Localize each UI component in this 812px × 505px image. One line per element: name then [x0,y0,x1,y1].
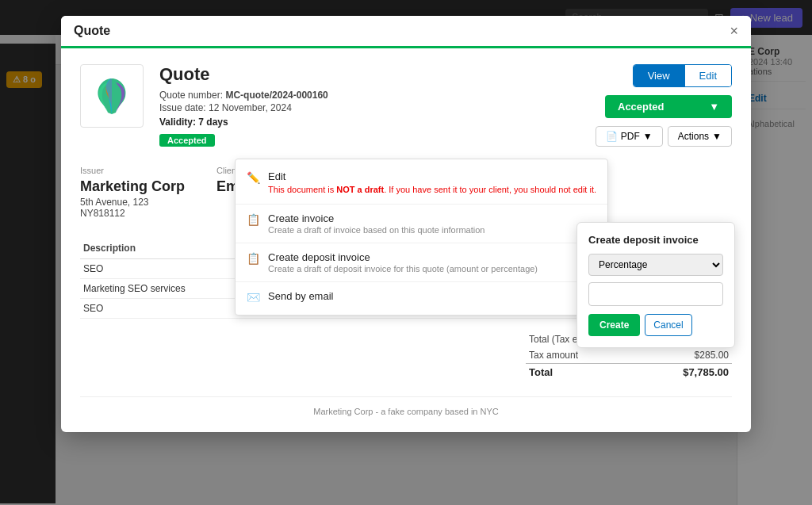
issuer-address1: 5th Avenue, 123 [80,197,185,208]
dropdown-item-icon: ✏️ [247,171,260,184]
dropdown-item-0[interactable]: ✏️ EditThis document is NOT a draft. If … [236,163,607,205]
quote-number: Quote number: MC-quote/2024-000160 [159,90,557,101]
quote-action-buttons: View Edit Accepted ▼ 📄 PDF ▼ [573,64,732,147]
dropdown-text-block: Create invoiceCreate a draft of invoice … [268,212,485,235]
dropdown-item-desc: Create a draft of invoice based on this … [268,225,485,235]
tax-amount-row: Tax amount $285.00 [526,347,732,363]
deposit-invoice-popup: Create deposit invoice Percentage Fixed … [576,222,735,348]
dropdown-item-label: Edit [268,170,596,182]
actions-button[interactable]: Actions ▼ [668,126,732,147]
deposit-create-button[interactable]: Create [588,314,640,336]
accepted-status-button[interactable]: Accepted ▼ [605,95,732,118]
modal-close-button[interactable]: × [730,24,738,38]
dropdown-item-label: Create invoice [268,212,485,224]
chevron-down-icon-actions: ▼ [712,131,722,142]
dropdown-item-1[interactable]: 📋 Create invoiceCreate a draft of invoic… [236,205,607,243]
quote-heading: Quote [159,64,557,85]
view-button[interactable]: View [634,65,684,86]
issuer-address2: NY818112 [80,208,185,219]
view-edit-toggle: View Edit [633,64,732,87]
deposit-action-buttons: Create Cancel [588,314,723,336]
dropdown-item-2[interactable]: 📋 Create deposit invoiceCreate a draft o… [236,243,607,282]
deposit-cancel-button[interactable]: Cancel [645,314,691,336]
quote-header-section: Quote Quote number: MC-quote/2024-000160… [80,64,732,147]
dropdown-item-desc: Create a draft of deposit invoice for th… [268,264,538,274]
pdf-actions-group: 📄 PDF ▼ Actions ▼ [596,126,732,147]
quote-info: Quote Quote number: MC-quote/2024-000160… [159,64,557,147]
quote-validity: Validity: 7 days [159,117,557,128]
company-logo [80,64,144,128]
dropdown-item-3[interactable]: ✉️ Send by email [236,282,607,312]
deposit-amount-input[interactable] [588,282,723,306]
edit-button[interactable]: Edit [684,65,731,86]
modal-header: Quote × [61,16,751,48]
chevron-down-icon: ▼ [709,101,719,113]
chevron-down-icon-pdf: ▼ [643,131,653,142]
issuer-label: Issuer [80,166,185,175]
modal-footer: Marketing Corp - a fake company based in… [80,396,732,416]
status-badge: Accepted [159,134,215,147]
dropdown-text-block: EditThis document is NOT a draft. If you… [268,170,596,196]
quote-modal: Quote × Quote [61,16,751,432]
deposit-popup-title: Create deposit invoice [588,234,723,246]
logo-bird-svg [92,75,132,118]
actions-dropdown: ✏️ EditThis document is NOT a draft. If … [235,159,608,316]
total-row: Total $7,785.00 [526,363,732,381]
dropdown-item-label: Create deposit invoice [268,251,538,263]
dropdown-item-icon: 📋 [247,213,260,226]
pdf-button[interactable]: 📄 PDF ▼ [596,126,663,147]
dropdown-text-block: Create deposit invoiceCreate a draft of … [268,251,538,274]
issuer-name: Marketing Corp [80,178,185,195]
quote-issue-date: Issue date: 12 November, 2024 [159,102,557,113]
dropdown-item-icon: ✉️ [247,291,260,304]
dropdown-item-label: Send by email [268,290,333,302]
issuer-block: Issuer Marketing Corp 5th Avenue, 123 NY… [80,166,185,219]
dropdown-text-block: Send by email [268,290,333,302]
pdf-icon: 📄 [606,131,618,142]
dropdown-item-warning: This document is NOT a draft. If you hav… [268,184,596,196]
deposit-type-select[interactable]: Percentage Fixed amount [588,254,723,276]
modal-overlay: Quote × Quote [0,0,812,505]
dropdown-item-icon: 📋 [247,252,260,265]
modal-title: Quote [74,24,110,38]
